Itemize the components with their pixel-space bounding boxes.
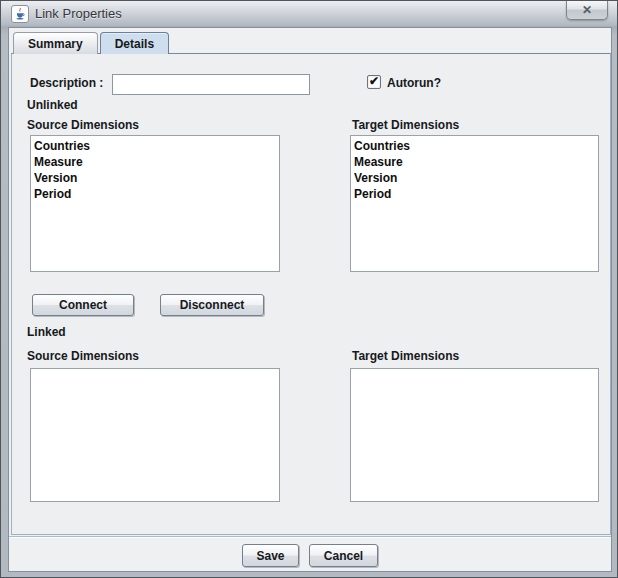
details-tab-panel: Description : ✔ Autorun? Unlinked Source…	[11, 53, 611, 535]
cancel-button[interactable]: Cancel	[309, 544, 378, 567]
description-input[interactable]	[112, 74, 310, 95]
linked-source-list[interactable]	[30, 368, 280, 502]
list-item[interactable]: Period	[34, 186, 279, 202]
linked-target-list[interactable]	[350, 368, 599, 502]
autorun-label: Autorun?	[387, 76, 441, 90]
description-label: Description :	[30, 76, 103, 90]
tab-bar: Summary Details	[13, 32, 169, 54]
list-item[interactable]: Countries	[354, 138, 598, 154]
tab-summary[interactable]: Summary	[13, 32, 98, 54]
disconnect-button[interactable]: Disconnect	[160, 294, 264, 316]
window-title: Link Properties	[35, 6, 122, 21]
close-button[interactable]: ✕	[566, 1, 608, 20]
button-bar: Save Cancel	[9, 536, 611, 571]
unlinked-target-dimensions-label: Target Dimensions	[352, 118, 459, 132]
linked-source-dimensions-label: Source Dimensions	[27, 349, 139, 363]
check-icon: ✔	[369, 75, 379, 87]
linked-section-label: Linked	[27, 325, 66, 339]
titlebar[interactable]: Link Properties ✕	[1, 1, 617, 27]
list-item[interactable]: Version	[34, 170, 279, 186]
unlinked-target-list[interactable]: CountriesMeasureVersionPeriod	[350, 135, 599, 272]
connect-button[interactable]: Connect	[32, 294, 134, 316]
list-item[interactable]: Countries	[34, 138, 279, 154]
unlinked-section-label: Unlinked	[27, 98, 78, 112]
unlinked-source-list[interactable]: CountriesMeasureVersionPeriod	[30, 135, 280, 272]
list-item[interactable]: Measure	[34, 154, 279, 170]
close-icon: ✕	[582, 4, 592, 16]
save-button[interactable]: Save	[242, 544, 299, 567]
unlinked-source-dimensions-label: Source Dimensions	[27, 118, 139, 132]
java-icon	[11, 5, 29, 23]
tab-details[interactable]: Details	[100, 32, 169, 54]
java-cup-graphic	[13, 7, 27, 21]
list-item[interactable]: Measure	[354, 154, 598, 170]
list-item[interactable]: Period	[354, 186, 598, 202]
window: Link Properties ✕ Summary Details Descri…	[0, 0, 618, 578]
list-item[interactable]: Version	[354, 170, 598, 186]
autorun-checkbox[interactable]: ✔	[367, 75, 381, 89]
dialog-client-area: Summary Details Description : ✔ Autorun?…	[8, 27, 612, 572]
linked-target-dimensions-label: Target Dimensions	[352, 349, 459, 363]
